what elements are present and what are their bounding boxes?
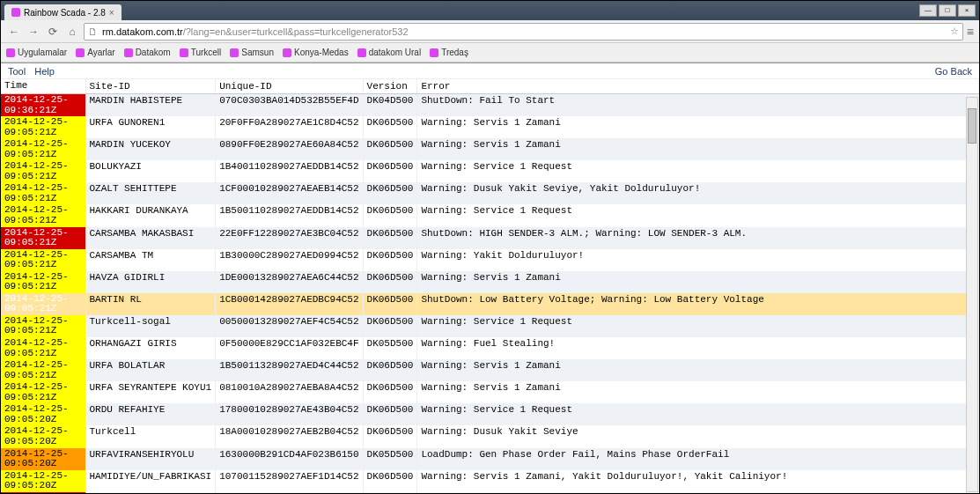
cell-site: BARTIN RL: [85, 293, 216, 315]
cell-time: 2014-12-25-09:05:21Z: [1, 116, 85, 138]
table-row[interactable]: 2014-12-25-09:05:21ZURFA BOLATLAR1B50011…: [1, 359, 979, 381]
bookmark-star-icon[interactable]: ☆: [950, 26, 959, 37]
scrollbar-thumb[interactable]: [968, 108, 976, 144]
minimize-button[interactable]: —: [919, 4, 937, 17]
cell-site: Turkcell: [85, 425, 216, 447]
cell-ver: DK06D500: [363, 470, 417, 492]
table-row[interactable]: 2014-12-25-09:05:21ZBARTIN RL1CB00014289…: [1, 293, 979, 315]
go-back-link[interactable]: Go Back: [935, 66, 972, 77]
bookmark-label: Ayarlar: [87, 48, 115, 57]
chrome-menu-icon[interactable]: ≡: [967, 25, 974, 39]
col-uid[interactable]: Unique-ID: [216, 79, 363, 94]
cell-ver: DK06D500: [363, 182, 417, 204]
browser-chrome: Rainbow Scada - 2.8 × — □ × ← → ⟳ ⌂ 🗋 rm…: [1, 1, 979, 63]
table-row[interactable]: 2014-12-25-09:05:21ZHAKKARI DURANKAYA1B5…: [1, 204, 979, 226]
cell-site: HAKKARI DURANKAYA: [85, 204, 216, 226]
bookmark-item[interactable]: Tredaş: [430, 48, 468, 57]
menu-tool[interactable]: Tool: [8, 66, 26, 77]
event-table-wrapper[interactable]: Time Site-ID Unique-ID Version Error 201…: [1, 79, 979, 494]
bookmark-item[interactable]: Turkcell: [180, 48, 222, 57]
cell-uid: 17800010289027AE43B04C52: [216, 403, 363, 425]
cell-err: Warning: Servis 1 Zamani, Yakit Doldurul…: [417, 470, 979, 492]
table-row[interactable]: 2014-12-25-09:05:21ZBOLUKYAZI1B400110289…: [1, 160, 979, 182]
bookmark-item[interactable]: Datakom: [124, 48, 171, 57]
cell-time: 2014-12-25-09:05:21Z: [1, 359, 85, 381]
app-menu-bar: Tool Help Go Back: [1, 63, 979, 79]
reload-button[interactable]: ⟳: [45, 24, 61, 40]
bookmark-item[interactable]: datakom Ural: [357, 48, 421, 57]
bookmark-label: Datakom: [136, 48, 171, 57]
table-row[interactable]: 2014-12-25-09:36:21ZMARDIN HABISTEPE070C…: [1, 94, 979, 117]
menu-help[interactable]: Help: [34, 66, 55, 77]
table-row[interactable]: 2014-12-25-09:05:21ZORHANGAZI GIRIS0F500…: [1, 337, 979, 359]
bookmark-item[interactable]: Konya-Medas: [283, 48, 349, 57]
tab-title: Rainbow Scada - 2.8: [24, 8, 106, 18]
cell-time: 2014-12-25-09:05:21Z: [1, 271, 85, 293]
bookmark-label: Uygulamalar: [18, 48, 67, 57]
cell-uid: 10700115289027AEF1D14C52: [216, 470, 363, 492]
cell-err: Warning: Yakit Dolduruluyor!: [417, 249, 979, 271]
cell-err: Warning: Servis 1 Zamani: [417, 359, 979, 381]
event-table: Time Site-ID Unique-ID Version Error 201…: [1, 79, 979, 494]
bookmark-item[interactable]: Uygulamalar: [6, 48, 67, 57]
table-row[interactable]: 2014-12-25-09:05:21ZURFA GUNOREN120F0FF0…: [1, 116, 979, 138]
bookmark-item[interactable]: Samsun: [230, 48, 274, 57]
table-row[interactable]: 2014-12-25-09:05:20ZHAMIDIYE/UN_FABRIKAS…: [1, 470, 979, 492]
bookmark-favicon-icon: [283, 48, 291, 57]
col-err[interactable]: Error: [417, 79, 979, 94]
table-row[interactable]: 2014-12-25-09:05:20ZTurkcell18A000102890…: [1, 425, 979, 447]
cell-site: BOLUKYAZI: [85, 160, 216, 182]
table-row[interactable]: 2014-12-25-09:05:21ZOZALT SEHITTEPE1CF00…: [1, 182, 979, 204]
cell-ver: DK06D500: [363, 271, 417, 293]
maximize-button[interactable]: □: [939, 4, 956, 17]
cell-uid: 1630000B291CD4AF023B6150: [216, 448, 363, 470]
table-row[interactable]: 2014-12-25-09:05:20ZORDU REFAHIYE1780001…: [1, 403, 979, 425]
cell-uid: 1B500110289027AEDDB14C52: [216, 204, 363, 226]
cell-err: ShutDown: Low Battery Voltage; Warning: …: [417, 293, 979, 315]
bookmark-favicon-icon: [430, 48, 438, 57]
cell-ver: DK05D500: [363, 337, 417, 359]
table-row[interactable]: 2014-12-25-09:05:21ZHAVZA GIDIRLI1DE0001…: [1, 271, 979, 293]
page-info-icon: 🗋: [88, 26, 99, 37]
tab-close-icon[interactable]: ×: [109, 8, 114, 18]
cell-site: MARDIN YUCEKOY: [85, 138, 216, 160]
table-row[interactable]: 2014-12-25-09:05:21ZTurkcell-sogal005000…: [1, 315, 979, 337]
cell-ver: DK06D500: [363, 138, 417, 160]
close-button[interactable]: ×: [958, 4, 976, 17]
cell-site: OZALT SEHITTEPE: [85, 182, 216, 204]
cell-ver: DK06D500: [363, 425, 417, 447]
url-bar[interactable]: 🗋 rm.datakom.com.tr /?lang=en&user=turkc…: [84, 23, 963, 41]
cell-err: Warning: Service 1 Request: [417, 204, 979, 226]
cell-time: 2014-12-25-09:05:20Z: [1, 470, 85, 492]
bookmark-item[interactable]: Ayarlar: [76, 48, 115, 57]
cell-uid: 18A00010289027AEB2B04C52: [216, 425, 363, 447]
cell-err: Warning: Servis 1 Zamani: [417, 271, 979, 293]
cell-uid: 1B400110289027AEDDB14C52: [216, 160, 363, 182]
cell-ver: DK06D500: [363, 293, 417, 315]
cell-time: 2014-12-25-09:05:20Z: [1, 425, 85, 447]
back-button[interactable]: ←: [6, 24, 22, 40]
table-row[interactable]: 2014-12-25-09:05:21ZCARSAMBA TM1B30000C2…: [1, 249, 979, 271]
browser-tab[interactable]: Rainbow Scada - 2.8 ×: [4, 4, 122, 20]
cell-ver: DK05D500: [363, 448, 417, 470]
cell-time: 2014-12-25-09:05:21Z: [1, 315, 85, 337]
table-row[interactable]: 2014-12-25-09:05:21ZURFA SEYRANTEPE KOYU…: [1, 381, 979, 403]
cell-ver: DK06D500: [363, 116, 417, 138]
vertical-scrollbar[interactable]: [966, 97, 978, 492]
table-row[interactable]: 2014-12-25-09:05:21ZMARDIN YUCEKOY0890FF…: [1, 138, 979, 160]
cell-ver: DK06D500: [363, 249, 417, 271]
forward-button[interactable]: →: [26, 24, 41, 40]
cell-time: 2014-12-25-09:05:21Z: [1, 160, 85, 182]
table-row[interactable]: 2014-12-25-09:05:20ZURFAVIRANSEHIRYOLU16…: [1, 448, 979, 470]
cell-time: 2014-12-25-09:05:21Z: [1, 227, 85, 249]
col-ver[interactable]: Version: [363, 79, 417, 94]
cell-ver: DK06D500: [363, 403, 417, 425]
table-row[interactable]: 2014-12-25-09:05:21ZCARSAMBA MAKASBASI22…: [1, 227, 979, 249]
cell-uid: 070C0303BA014D532B55EF4D: [216, 94, 363, 117]
cell-site: URFA SEYRANTEPE KOYU1: [85, 381, 216, 403]
col-site[interactable]: Site-ID: [85, 79, 216, 94]
cell-err: ShutDown: HIGH SENDER-3 ALM.; Warning: L…: [417, 227, 979, 249]
home-button[interactable]: ⌂: [64, 24, 80, 40]
col-time[interactable]: Time: [1, 79, 85, 94]
cell-ver: DK04D500: [363, 94, 417, 117]
